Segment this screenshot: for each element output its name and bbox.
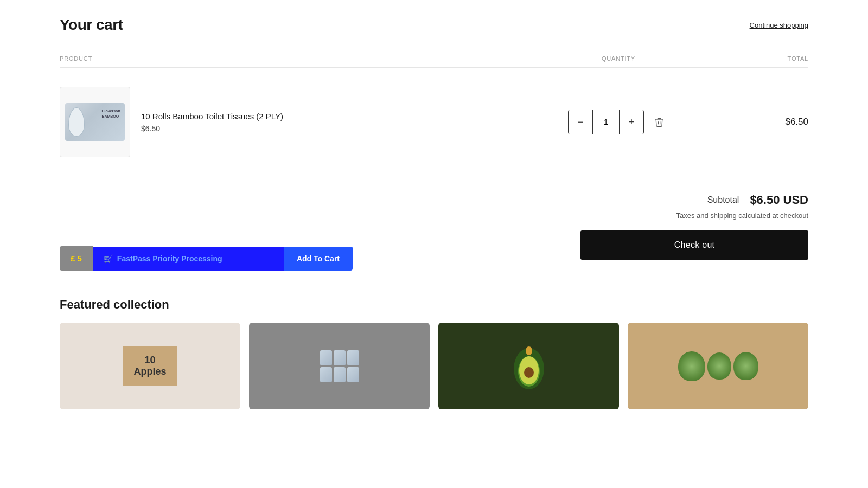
table-header: PRODUCT QUANTITY TOTAL [60, 50, 808, 68]
col-product-label: PRODUCT [60, 55, 537, 62]
avocado-icon [507, 339, 551, 393]
fastpass-label: 🛒 FastPass Priority Processing [93, 247, 284, 271]
featured-title: Featured collection [60, 298, 808, 312]
tax-note: Taxes and shipping calculated at checkou… [676, 211, 808, 220]
featured-card-apples[interactable]: 10Apples [60, 323, 240, 409]
fastpass-bar: £ 5 🛒 FastPass Priority Processing Add T… [60, 246, 353, 271]
item-total: $6.50 [700, 117, 808, 127]
product-thumbnail: CloversoftBAMBOO [65, 103, 125, 141]
col-quantity-label: QUANTITY [537, 55, 700, 62]
increment-button[interactable]: + [620, 110, 643, 134]
subtotal-label: Subtotal [707, 195, 739, 205]
cart-item: CloversoftBAMBOO 10 Rolls Bamboo Toilet … [60, 73, 808, 171]
featured-card-cabbage[interactable] [628, 323, 808, 409]
featured-card-toilet-rolls[interactable] [249, 323, 430, 409]
delete-item-button[interactable] [649, 112, 669, 132]
decrement-button[interactable]: − [569, 110, 592, 134]
col-total-label: TOTAL [700, 55, 808, 62]
svg-point-3 [524, 367, 534, 378]
product-details: 10 Rolls Bamboo Toilet Tissues (2 PLY) $… [141, 112, 283, 133]
product-image: CloversoftBAMBOO [60, 87, 130, 157]
product-name: 10 Rolls Bamboo Toilet Tissues (2 PLY) [141, 112, 283, 121]
subtotal-value: $6.50 USD [750, 193, 808, 207]
cart-title: Your cart [60, 16, 123, 34]
checkout-button[interactable]: Check out [580, 230, 808, 260]
fastpass-label-text: FastPass Priority Processing [117, 254, 222, 263]
featured-grid: 10Apples [60, 323, 808, 409]
bottom-area: £ 5 🛒 FastPass Priority Processing Add T… [60, 171, 808, 271]
product-info: CloversoftBAMBOO 10 Rolls Bamboo Toilet … [60, 87, 537, 157]
product-price: $6.50 [141, 124, 283, 133]
fastpass-badge: £ 5 [60, 246, 93, 271]
featured-section: Featured collection 10Apples [60, 298, 808, 409]
fastpass-cart-icon: 🛒 [104, 254, 113, 263]
fastpass-section: £ 5 🛒 FastPass Priority Processing Add T… [60, 230, 353, 271]
quantity-box: − + [568, 110, 644, 134]
quantity-control: − + [537, 110, 700, 134]
svg-point-4 [526, 346, 532, 355]
fastpass-add-button[interactable]: Add To Cart [284, 247, 353, 271]
cart-header: Your cart Continue shopping [60, 16, 808, 34]
cart-summary: Subtotal $6.50 USD Taxes and shipping ca… [580, 171, 808, 271]
trash-icon [654, 117, 665, 127]
continue-shopping-button[interactable]: Continue shopping [750, 21, 808, 29]
subtotal-row: Subtotal $6.50 USD [707, 193, 808, 207]
quantity-input[interactable] [592, 110, 620, 134]
featured-card-avocados[interactable] [438, 323, 619, 409]
